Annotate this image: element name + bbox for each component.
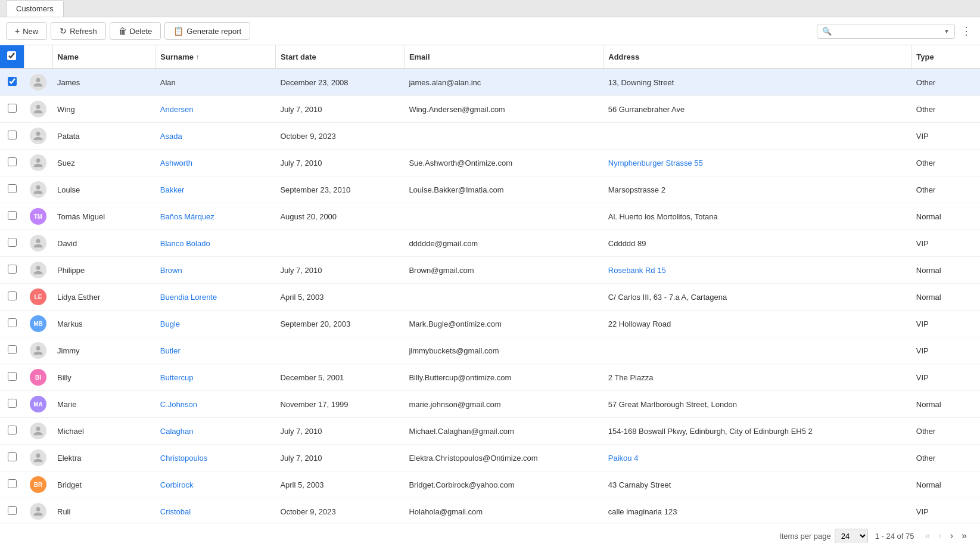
email-cell: Mark.Bugle@ontimize.com: [404, 311, 603, 337]
surname-cell[interactable]: Bugle: [155, 311, 276, 337]
surname-cell[interactable]: Buendia Lorente: [155, 284, 276, 311]
row-checkbox-cell: [0, 123, 24, 150]
table-row[interactable]: SuezAshworthJuly 7, 2010Sue.Ashworth@Ont…: [0, 150, 980, 176]
surname-cell[interactable]: Andersen: [155, 96, 276, 123]
name-cell: David: [52, 230, 155, 257]
surname-cell[interactable]: Buttercup: [155, 364, 276, 391]
surname-cell[interactable]: Christopoulos: [155, 445, 276, 471]
generate-report-label: Generate report: [186, 27, 241, 36]
avatar-cell: [24, 176, 52, 203]
row-checkbox[interactable]: [8, 104, 17, 113]
row-checkbox[interactable]: [8, 265, 17, 274]
table-row[interactable]: TMTomás MiguelBaños MárquezAugust 20, 20…: [0, 203, 980, 230]
surname-cell[interactable]: Calaghan: [155, 418, 276, 445]
delete-label: Delete: [130, 27, 153, 36]
table-row[interactable]: JamesAlanDecember 23, 2008james.alan@ala…: [0, 69, 980, 96]
surname-cell[interactable]: Bakker: [155, 176, 276, 203]
start-date-cell: September 20, 2003: [275, 311, 404, 337]
table-container: Name Surname ↑ Start date Email Address …: [0, 45, 980, 523]
table-row[interactable]: ElektraChristopoulosJuly 7, 2010Elektra.…: [0, 445, 980, 471]
start-date-cell: December 5, 2001: [275, 364, 404, 391]
prev-page-button[interactable]: ‹: [935, 528, 945, 543]
surname-cell: Alan: [155, 69, 276, 96]
search-input[interactable]: [834, 27, 941, 36]
row-checkbox[interactable]: [8, 345, 17, 354]
row-checkbox[interactable]: [8, 157, 17, 166]
surname-cell[interactable]: Ashworth: [155, 150, 276, 176]
surname-cell[interactable]: C.Johnson: [155, 391, 276, 418]
surname-column-header[interactable]: Surname ↑: [155, 45, 276, 69]
email-column-header: Email: [404, 45, 603, 69]
tab-customers[interactable]: Customers: [6, 0, 64, 17]
row-checkbox[interactable]: [8, 372, 17, 381]
type-cell: VIP: [911, 230, 980, 257]
avatar-placeholder: [30, 74, 46, 91]
row-checkbox[interactable]: [8, 291, 17, 300]
table-row[interactable]: PhilippeBrownJuly 7, 2010Brown@gmail.com…: [0, 257, 980, 284]
row-checkbox[interactable]: [8, 399, 17, 408]
page-range: 1 - 24 of 75: [875, 532, 914, 541]
surname-cell[interactable]: Blanco Bolado: [155, 230, 276, 257]
row-checkbox[interactable]: [8, 238, 17, 247]
search-dropdown-icon[interactable]: ▼: [944, 28, 950, 35]
row-checkbox-cell: [0, 391, 24, 418]
surname-cell[interactable]: Brown: [155, 257, 276, 284]
table-row[interactable]: MBMarkusBugleSeptember 20, 2003Mark.Bugl…: [0, 311, 980, 337]
address-cell[interactable]: Paikou 4: [603, 445, 911, 471]
address-cell[interactable]: Nymphenburger Strasse 55: [603, 150, 911, 176]
email-cell: Wing.Andersen@gmail.com: [404, 96, 603, 123]
surname-cell[interactable]: Cristobal: [155, 498, 276, 523]
report-icon: 📋: [173, 26, 183, 36]
surname-cell[interactable]: Asada: [155, 123, 276, 150]
name-cell: Philippe: [52, 257, 155, 284]
table-row[interactable]: MAMarieC.JohnsonNovember 17, 1999marie.j…: [0, 391, 980, 418]
avatar: BI: [30, 369, 46, 386]
last-page-button[interactable]: »: [958, 528, 970, 543]
more-options-icon[interactable]: ⋮: [959, 22, 974, 40]
first-page-button[interactable]: «: [922, 528, 934, 543]
surname-cell[interactable]: Corbirock: [155, 471, 276, 498]
select-all-checkbox[interactable]: [7, 51, 16, 60]
new-button[interactable]: + New: [6, 22, 47, 40]
row-checkbox[interactable]: [8, 211, 17, 220]
row-checkbox-cell: [0, 150, 24, 176]
name-cell: Billy: [52, 364, 155, 391]
start-date-cell: July 7, 2010: [275, 96, 404, 123]
generate-report-button[interactable]: 📋 Generate report: [164, 22, 250, 40]
type-cell: VIP: [911, 311, 980, 337]
delete-button[interactable]: 🗑 Delete: [110, 22, 161, 40]
start-date-cell: October 9, 2023: [275, 498, 404, 523]
per-page-select[interactable]: 102450100: [835, 529, 868, 544]
footer: Items per page 102450100 1 - 24 of 75 « …: [0, 523, 980, 543]
row-checkbox-cell: [0, 445, 24, 471]
avatar-cell: [24, 337, 52, 364]
row-checkbox[interactable]: [8, 506, 17, 515]
next-page-button[interactable]: ›: [947, 528, 957, 543]
row-checkbox[interactable]: [8, 318, 17, 327]
table-row[interactable]: JimmyButlerjimmybuckets@gmail.comVIP: [0, 337, 980, 364]
row-checkbox[interactable]: [8, 77, 17, 86]
row-checkbox[interactable]: [8, 452, 17, 461]
table-row[interactable]: RuliCristobalOctober 9, 2023Holahola@gma…: [0, 498, 980, 523]
email-cell: Sue.Ashworth@Ontimize.com: [404, 150, 603, 176]
address-cell: 154-168 Boswall Pkwy, Edinburgh, City of…: [603, 418, 911, 445]
surname-cell[interactable]: Baños Márquez: [155, 203, 276, 230]
address-cell[interactable]: Rosebank Rd 15: [603, 257, 911, 284]
select-all-header[interactable]: [0, 45, 24, 69]
table-row[interactable]: MichaelCalaghanJuly 7, 2010Michael.Calag…: [0, 418, 980, 445]
row-checkbox[interactable]: [8, 131, 17, 139]
table-row[interactable]: LELidya EstherBuendia LorenteApril 5, 20…: [0, 284, 980, 311]
table-row[interactable]: BIBillyButtercupDecember 5, 2001Billy.Bu…: [0, 364, 980, 391]
avatar-placeholder: [30, 423, 46, 439]
refresh-button[interactable]: ↻ Refresh: [51, 22, 106, 40]
row-checkbox[interactable]: [8, 184, 17, 193]
table-row[interactable]: LouiseBakkerSeptember 23, 2010Louise.Bak…: [0, 176, 980, 203]
table-row[interactable]: BRBridgetCorbirockApril 5, 2003Bridget.C…: [0, 471, 980, 498]
row-checkbox[interactable]: [8, 426, 17, 435]
table-row[interactable]: PatataAsadaOctober 9, 2023VIP: [0, 123, 980, 150]
surname-cell[interactable]: Butler: [155, 337, 276, 364]
row-checkbox[interactable]: [8, 479, 17, 488]
table-row[interactable]: DavidBlanco Boladoddddde@gmail.comCddddd…: [0, 230, 980, 257]
table-row[interactable]: WingAndersenJuly 7, 2010Wing.Andersen@gm…: [0, 96, 980, 123]
row-checkbox-cell: [0, 257, 24, 284]
